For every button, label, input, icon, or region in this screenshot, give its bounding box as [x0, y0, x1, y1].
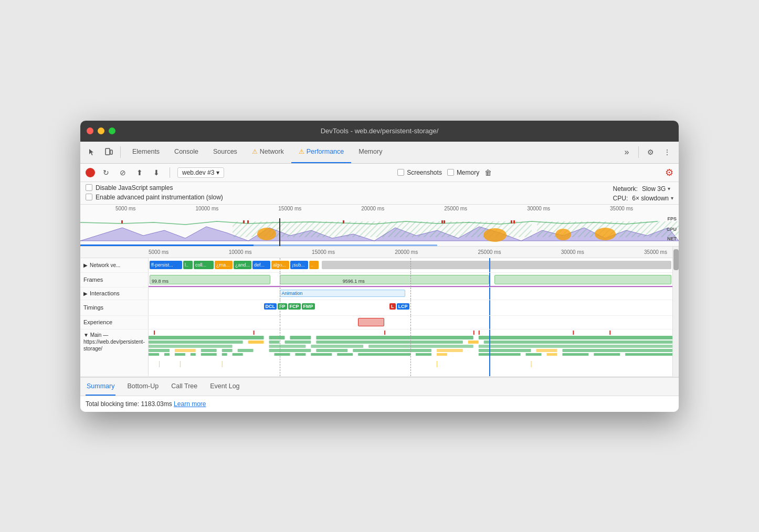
learn-more-link[interactable]: Learn more — [174, 400, 206, 408]
svg-rect-46 — [175, 349, 196, 352]
maximize-button[interactable] — [109, 127, 115, 134]
svg-point-6 — [257, 228, 276, 240]
tab-summary[interactable]: Summary — [86, 378, 115, 396]
svg-rect-49 — [238, 349, 254, 352]
tab-console[interactable]: Console — [167, 142, 206, 163]
timeline-main[interactable]: 5000 ms 10000 ms 15000 ms 20000 ms 25000… — [80, 247, 672, 377]
timing-blue-line — [489, 300, 490, 315]
svg-rect-31 — [316, 336, 473, 339]
tab-elements[interactable]: Elements — [125, 142, 167, 163]
svg-rect-56 — [562, 349, 672, 352]
int-blue-line — [489, 288, 490, 300]
screenshots-checkbox[interactable] — [397, 169, 404, 176]
performance-warning-icon: ⚠ — [299, 148, 304, 155]
settings-left: Disable JavaScript samples Enable advanc… — [86, 184, 613, 202]
tab-memory[interactable]: Memory — [351, 142, 389, 163]
net-item-dot: .. — [309, 261, 319, 269]
svg-rect-30 — [290, 336, 311, 339]
settings-icon[interactable]: ⚙ — [643, 145, 658, 159]
tab-bottom-up[interactable]: Bottom-Up — [126, 378, 160, 396]
customize-icon[interactable]: ⋮ — [660, 145, 674, 159]
exp-dashed-2 — [410, 316, 411, 329]
net-item-def: def... — [252, 261, 270, 269]
main-dashed-2 — [410, 329, 411, 376]
cpu-overview-label: CPU — [667, 227, 677, 232]
tab-network[interactable]: ⚠ Network — [245, 142, 291, 163]
frame-bar-1: 99.8 ms — [150, 275, 270, 284]
net-item-ff: ff-persist... — [150, 261, 182, 269]
settings-bar: Disable JavaScript samples Enable advanc… — [80, 182, 679, 205]
refresh-icon[interactable]: ↻ — [100, 167, 112, 178]
svg-rect-51 — [316, 349, 347, 352]
cpu-setting-label: CPU: — [613, 195, 628, 202]
svg-rect-55 — [536, 349, 557, 352]
timeline-overview[interactable]: 5000 ms 10000 ms 15000 ms 20000 ms 25000… — [80, 205, 679, 247]
main-thread-row: ▼ Main — https://web.dev/persistent-stor… — [80, 329, 672, 377]
download-icon[interactable]: ⬇ — [151, 167, 162, 178]
svg-rect-63 — [233, 353, 243, 356]
svg-rect-79 — [180, 361, 181, 367]
tab-call-tree[interactable]: Call Tree — [170, 378, 198, 396]
network-content: ff-persist... l.. coll... ¿ma... ¿and...… — [149, 258, 672, 272]
network-warning-icon: ⚠ — [252, 148, 258, 155]
more-tabs-button[interactable]: » — [619, 145, 634, 159]
svg-rect-17 — [444, 220, 445, 224]
paint-checkbox[interactable] — [86, 194, 92, 200]
svg-rect-73 — [546, 353, 557, 356]
svg-rect-18 — [511, 220, 512, 224]
stop-icon[interactable]: ⊘ — [117, 167, 129, 178]
net-item-and: ¿and... — [234, 261, 251, 269]
url-selector[interactable]: web.dev #3 ▾ — [177, 167, 224, 178]
main-dashed-1 — [280, 329, 280, 376]
ruler-marks: 5000 ms 10000 ms 15000 ms 20000 ms 25000… — [149, 249, 672, 255]
bottom-tabs: Summary Bottom-Up Call Tree Event Log — [80, 377, 679, 396]
network-row: ▶ Network ve... ff-persist... l.. coll..… — [80, 258, 672, 273]
record-button[interactable] — [86, 168, 95, 177]
svg-rect-71 — [479, 353, 521, 356]
js-samples-label: Disable JavaScript samples — [96, 184, 173, 191]
perf-settings-icon[interactable]: ⚙ — [665, 167, 673, 178]
inspect-icon[interactable] — [85, 145, 99, 159]
upload-icon[interactable]: ⬆ — [134, 167, 145, 178]
settings-right: Network: Slow 3G ▾ CPU: 6× slowdown ▾ — [613, 184, 673, 202]
svg-rect-28 — [149, 336, 264, 339]
timing-dashed-1 — [280, 300, 280, 315]
device-icon[interactable] — [101, 145, 116, 159]
timings-row: Timings DCL FP FCP FMP L LCP — [80, 300, 672, 316]
devtools-window: DevTools - web.dev/persistent-storage/ E… — [80, 121, 679, 412]
url-label: web.dev #3 — [182, 169, 214, 176]
minimize-button[interactable] — [98, 127, 104, 134]
titlebar: DevTools - web.dev/persistent-storage/ — [80, 121, 679, 142]
svg-rect-25 — [479, 331, 480, 335]
js-samples-checkbox[interactable] — [86, 184, 92, 191]
svg-rect-54 — [479, 349, 531, 352]
controls-bar: ↻ ⊘ ⬆ ⬇ web.dev #3 ▾ Screenshots Memory … — [80, 164, 679, 182]
paint-label: Enable advanced paint instrumentation (s… — [96, 194, 223, 201]
svg-point-8 — [555, 229, 571, 240]
svg-rect-40 — [149, 345, 233, 348]
interactions-row: ▶ Interactions Animation — [80, 288, 672, 300]
tab-event-log[interactable]: Event Log — [209, 378, 240, 396]
frames-dashed-2 — [410, 273, 411, 287]
cpu-dropdown-icon[interactable]: ▾ — [671, 195, 673, 201]
svg-rect-62 — [222, 353, 227, 356]
timings-content: DCL FP FCP FMP L LCP — [149, 300, 672, 315]
svg-rect-72 — [526, 353, 542, 356]
close-button[interactable] — [87, 127, 93, 134]
svg-rect-33 — [149, 341, 243, 344]
timeline-scrollbar[interactable] — [672, 247, 679, 377]
timings-label: Timings — [80, 300, 149, 315]
svg-rect-50 — [269, 349, 311, 352]
svg-rect-16 — [441, 220, 443, 224]
svg-rect-12 — [121, 220, 123, 224]
tab-sources[interactable]: Sources — [206, 142, 245, 163]
clear-icon[interactable]: 🗑 — [484, 168, 492, 177]
net-item-coll: coll... — [194, 261, 214, 269]
scrollbar-thumb[interactable] — [673, 249, 679, 270]
network-label: ▶ Network ve... — [80, 258, 149, 272]
frame-bar-2: 9596.1 ms — [280, 275, 489, 284]
blue-line — [489, 258, 490, 272]
tab-performance[interactable]: ⚠ Performance — [291, 142, 352, 163]
network-dropdown-icon[interactable]: ▾ — [668, 186, 670, 191]
memory-checkbox[interactable] — [447, 169, 454, 176]
